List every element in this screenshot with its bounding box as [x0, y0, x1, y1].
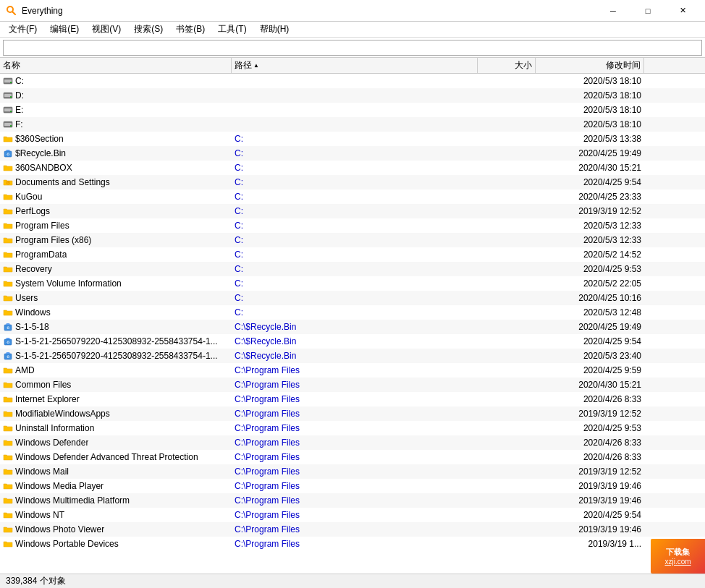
table-row[interactable]: Program Files (x86) C: 2020/5/3 12:33 [0, 233, 705, 247]
table-row[interactable]: ♻ S-1-5-18 C:\$Recycle.Bin 2020/4/25 19:… [0, 320, 705, 334]
table-row[interactable]: Windows C: 2020/5/3 12:48 [0, 305, 705, 320]
file-icon [3, 481, 13, 491]
table-row[interactable]: ProgramData C: 2020/5/2 14:52 [0, 247, 705, 262]
table-row[interactable]: Windows NT C:\Program Files 2020/4/25 9:… [0, 508, 705, 522]
cell-name: Windows Multimedia Platform [0, 495, 232, 506]
file-name: AMD [15, 365, 35, 375]
table-row[interactable]: C: 2020/5/3 18:10 [0, 74, 705, 88]
cell-path: C:\Program Files [232, 394, 478, 404]
table-row[interactable]: Users C: 2020/4/25 10:16 [0, 291, 705, 305]
maximize-button[interactable]: □ [631, 0, 664, 22]
file-icon [3, 365, 13, 375]
table-row[interactable]: $360Section C: 2020/5/3 13:38 [0, 132, 705, 146]
table-row[interactable]: Windows Multimedia Platform C:\Program F… [0, 493, 705, 508]
table-row[interactable]: ♻ $Recycle.Bin C: 2020/4/25 19:49 [0, 146, 705, 161]
table-row[interactable]: System Volume Information C: 2020/5/2 22… [0, 276, 705, 291]
table-row[interactable]: Program Files C: 2020/5/3 12:33 [0, 218, 705, 233]
table-row[interactable]: Windows Defender Advanced Threat Protect… [0, 450, 705, 464]
table-row[interactable]: Common Files C:\Program Files 2020/4/30 … [0, 378, 705, 392]
cell-path: C: [232, 221, 478, 231]
table-row[interactable]: Windows Mail C:\Program Files 2019/3/19 … [0, 464, 705, 479]
table-row[interactable]: ModifiableWindowsApps C:\Program Files 2… [0, 406, 705, 421]
file-icon [3, 134, 13, 144]
cell-modified: 2020/5/3 13:38 [536, 134, 644, 144]
table-row[interactable]: Windows Portable Devices C:\Program File… [0, 537, 705, 551]
file-icon [3, 394, 13, 404]
cell-name: ♻ $Recycle.Bin [0, 148, 232, 158]
table-row[interactable]: ♻ S-1-5-21-2565079220-4125308932-2558433… [0, 349, 705, 363]
cell-path: C:\$Recycle.Bin [232, 351, 478, 361]
svg-text:⚙: ⚙ [6, 180, 10, 185]
menu-view[interactable]: 视图(V) [86, 22, 127, 37]
menu-bar: 文件(F) 编辑(E) 视图(V) 搜索(S) 书签(B) 工具(T) 帮助(H… [0, 22, 705, 38]
table-row[interactable]: ♻ S-1-5-21-2565079220-4125308932-2558433… [0, 334, 705, 349]
table-row[interactable]: F: 2020/5/3 18:10 [0, 117, 705, 132]
table-row[interactable]: 360SANDBOX C: 2020/4/30 15:21 [0, 161, 705, 175]
file-name: Program Files [15, 221, 69, 231]
table-row[interactable]: PerfLogs C: 2019/3/19 12:52 [0, 204, 705, 218]
cell-modified: 2019/3/19 19:46 [536, 481, 644, 491]
file-icon [3, 278, 13, 289]
cell-modified: 2020/4/26 8:33 [536, 394, 644, 404]
cell-modified: 2020/5/3 18:10 [536, 90, 644, 101]
cell-path: C:\$Recycle.Bin [232, 322, 478, 332]
menu-tools[interactable]: 工具(T) [212, 22, 252, 37]
menu-bookmark[interactable]: 书签(B) [170, 22, 211, 37]
file-icon [3, 409, 13, 419]
cell-name: E: [0, 105, 232, 115]
file-name: Windows [15, 307, 51, 318]
cell-path: C: [232, 235, 478, 245]
file-name: $360Section [15, 134, 64, 144]
file-name: C: [15, 76, 24, 86]
cell-name: ModifiableWindowsApps [0, 409, 232, 419]
menu-edit[interactable]: 编辑(E) [44, 22, 85, 37]
file-name: KuGou [15, 192, 42, 202]
minimize-button[interactable]: ─ [596, 0, 630, 22]
file-icon: ♻ [3, 148, 13, 158]
cell-path: C:\Program Files [232, 423, 478, 433]
table-row[interactable]: Internet Explorer C:\Program Files 2020/… [0, 392, 705, 406]
file-name: 360SANDBOX [15, 163, 72, 173]
close-button[interactable]: ✕ [666, 0, 699, 22]
file-name: Recovery [15, 264, 52, 274]
col-header-modified[interactable]: 修改时间 [536, 58, 644, 73]
file-name: Uninstall Information [15, 423, 94, 433]
table-row[interactable]: Uninstall Information C:\Program Files 2… [0, 421, 705, 435]
title-bar: Everything ─ □ ✕ [0, 0, 705, 22]
file-name: Documents and Settings [15, 177, 110, 187]
table-row[interactable]: AMD C:\Program Files 2020/4/25 9:59 [0, 363, 705, 378]
search-input[interactable] [3, 40, 702, 56]
file-name: S-1-5-21-2565079220-4125308932-255843375… [15, 351, 218, 361]
cell-name: Windows [0, 307, 232, 318]
menu-help[interactable]: 帮助(H) [254, 22, 295, 37]
table-row[interactable]: KuGou C: 2020/4/25 23:33 [0, 189, 705, 204]
cell-path: C: [232, 192, 478, 202]
cell-modified: 2020/4/25 10:16 [536, 293, 644, 303]
cell-path: C: [232, 250, 478, 260]
table-row[interactable]: Windows Defender C:\Program Files 2020/4… [0, 435, 705, 450]
table-row[interactable]: Windows Photo Viewer C:\Program Files 20… [0, 522, 705, 537]
cell-modified: 2019/3/19 1... [536, 539, 644, 549]
file-icon [3, 495, 13, 506]
table-row[interactable]: Windows Media Player C:\Program Files 20… [0, 479, 705, 493]
table-row[interactable]: D: 2020/5/3 18:10 [0, 88, 705, 103]
file-icon [3, 293, 13, 303]
table-row[interactable]: ⚙ Documents and Settings C: 2020/4/25 9:… [0, 175, 705, 189]
col-header-path[interactable]: 路径 ▲ [232, 58, 478, 73]
menu-search[interactable]: 搜索(S) [128, 22, 169, 37]
file-icon [3, 524, 13, 534]
table-row[interactable]: Recovery C: 2020/4/25 9:53 [0, 262, 705, 276]
col-header-size[interactable]: 大小 [478, 58, 536, 73]
table-row[interactable]: E: 2020/5/3 18:10 [0, 103, 705, 117]
watermark-line1: 下载集 [666, 547, 690, 558]
file-list-container[interactable]: C: 2020/5/3 18:10 D: 2020/5/3 18:10 [0, 74, 705, 574]
menu-file[interactable]: 文件(F) [3, 22, 43, 37]
cell-name: Windows Mail [0, 466, 232, 477]
cell-path: C:\Program Files [232, 438, 478, 448]
file-icon [3, 466, 13, 477]
file-name: Common Files [15, 380, 71, 390]
col-header-name[interactable]: 名称 [0, 58, 232, 73]
file-icon [3, 423, 13, 433]
cell-name: Windows Photo Viewer [0, 524, 232, 534]
status-count: 339,384 个对象 [6, 575, 66, 587]
